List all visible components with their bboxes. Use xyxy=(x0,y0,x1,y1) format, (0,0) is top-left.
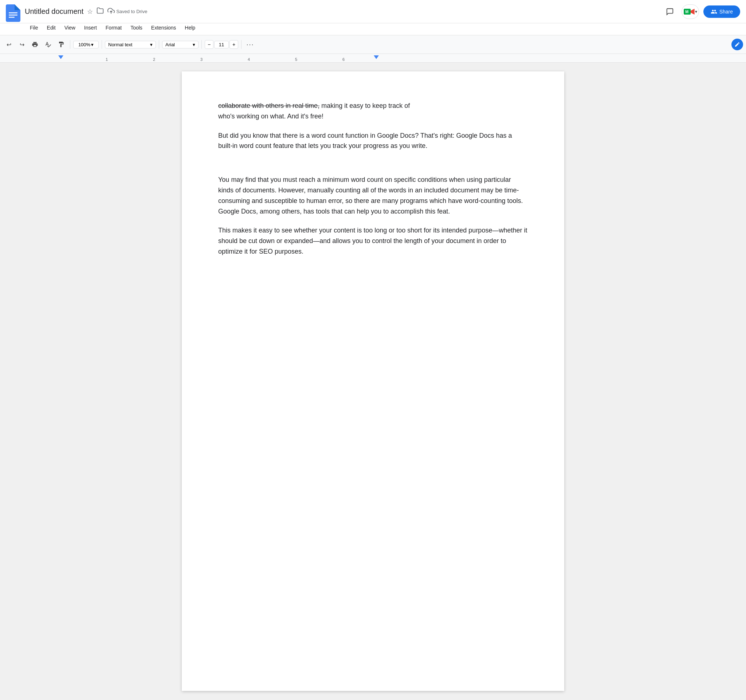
edit-mode-button[interactable] xyxy=(731,39,743,50)
ruler: 1 2 3 4 5 6 xyxy=(0,54,746,63)
ruler-inner: 1 2 3 4 5 6 xyxy=(58,54,379,62)
paragraph-1-strike: collaborate with others in real time, xyxy=(218,102,319,109)
more-options-button[interactable]: ··· xyxy=(244,39,256,50)
zoom-value: 100% xyxy=(78,42,90,47)
title-bar: Untitled document ☆ Saved to Drive xyxy=(0,0,746,23)
toolbar: ↩ ↪ 100% ▾ Normal text ▾ Arial ▾ − + ··· xyxy=(0,35,746,54)
menu-view[interactable]: View xyxy=(61,23,79,32)
menu-help[interactable]: Help xyxy=(181,23,199,32)
font-size-increase-button[interactable]: + xyxy=(230,40,238,49)
svg-rect-2 xyxy=(9,17,15,18)
svg-marker-6 xyxy=(690,9,695,15)
toolbar-divider-2 xyxy=(102,40,102,49)
style-dropdown[interactable]: Normal text ▾ xyxy=(105,41,156,48)
folder-icon[interactable] xyxy=(96,7,104,16)
comment-button[interactable] xyxy=(663,5,677,19)
paragraph-4-text: This makes it easy to see whether your c… xyxy=(218,227,527,255)
style-arrow-icon: ▾ xyxy=(150,42,153,47)
toolbar-divider-3 xyxy=(159,40,159,49)
doc-title-row: Untitled document ☆ Saved to Drive xyxy=(25,7,663,16)
font-size-control: − + xyxy=(205,40,238,49)
undo-button[interactable]: ↩ xyxy=(3,39,15,50)
zoom-arrow-icon: ▾ xyxy=(91,42,93,47)
ruler-left-marker[interactable] xyxy=(58,56,63,59)
paragraph-2-text: But did you know that there is a word co… xyxy=(218,132,512,150)
menu-tools[interactable]: Tools xyxy=(127,23,146,32)
toolbar-divider-5 xyxy=(241,40,242,49)
document-area: collaborate with others in real time, ma… xyxy=(0,63,746,700)
paragraph-2: But did you know that there is a word co… xyxy=(218,131,528,152)
font-label: Arial xyxy=(165,42,175,47)
share-button-label: Share xyxy=(719,9,733,15)
zoom-control[interactable]: 100% ▾ xyxy=(73,41,99,48)
menu-bar: File Edit View Insert Format Tools Exten… xyxy=(0,23,746,35)
ruler-mark-2: 2 xyxy=(153,57,155,62)
style-label: Normal text xyxy=(108,42,132,47)
font-arrow-icon: ▾ xyxy=(193,42,195,47)
share-button[interactable]: Share xyxy=(703,6,740,18)
paragraph-1: collaborate with others in real time, ma… xyxy=(218,101,528,122)
meet-button[interactable]: M ▾ xyxy=(681,5,699,19)
cloud-icon xyxy=(107,7,115,16)
star-icon[interactable]: ☆ xyxy=(87,8,93,16)
ruler-mark-4: 4 xyxy=(248,57,250,62)
paragraph-3-text: You may find that you must reach a minim… xyxy=(218,176,523,215)
menu-extensions[interactable]: Extensions xyxy=(147,23,180,32)
title-section: Untitled document ☆ Saved to Drive xyxy=(25,7,663,16)
paragraph-4: This makes it easy to see whether your c… xyxy=(218,225,528,256)
redo-button[interactable]: ↪ xyxy=(16,39,28,50)
ruler-mark-3: 3 xyxy=(200,57,203,62)
toolbar-divider-4 xyxy=(202,40,202,49)
ruler-mark-6: 6 xyxy=(342,57,344,62)
header-right: M ▾ Share xyxy=(663,5,740,19)
spellcheck-button[interactable] xyxy=(42,39,54,50)
ruler-right-marker[interactable] xyxy=(374,56,379,59)
saved-status-text: Saved to Drive xyxy=(116,9,147,14)
font-size-decrease-button[interactable]: − xyxy=(205,40,214,49)
paragraph-3: You may find that you must reach a minim… xyxy=(218,175,528,217)
print-button[interactable] xyxy=(29,39,41,50)
document-page[interactable]: collaborate with others in real time, ma… xyxy=(182,71,564,691)
font-dropdown[interactable]: Arial ▾ xyxy=(162,41,199,48)
font-size-input[interactable] xyxy=(214,41,229,48)
app-icon[interactable] xyxy=(6,5,20,19)
doc-title[interactable]: Untitled document xyxy=(25,7,83,16)
menu-file[interactable]: File xyxy=(26,23,42,32)
menu-format[interactable]: Format xyxy=(102,23,125,32)
menu-edit[interactable]: Edit xyxy=(44,23,59,32)
ruler-mark-5: 5 xyxy=(295,57,297,62)
ruler-mark-1: 1 xyxy=(106,57,108,62)
svg-text:M: M xyxy=(685,9,689,14)
paragraph-gap xyxy=(218,160,528,175)
toolbar-divider-1 xyxy=(70,40,70,49)
svg-rect-0 xyxy=(9,12,18,14)
svg-rect-1 xyxy=(9,15,18,16)
paint-format-button[interactable] xyxy=(56,39,67,50)
menu-insert[interactable]: Insert xyxy=(81,23,101,32)
saved-indicator: Saved to Drive xyxy=(107,7,147,16)
